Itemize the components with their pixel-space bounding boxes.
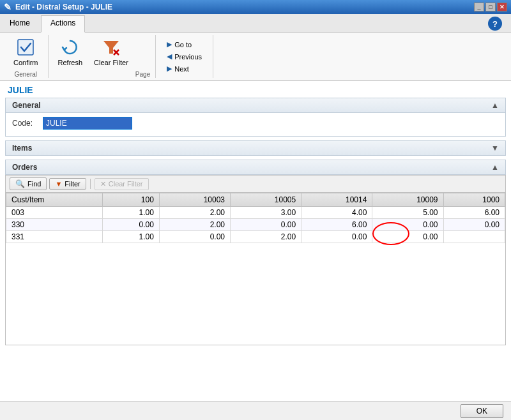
previous-button[interactable]: ◀ Previous — [164, 50, 205, 63]
previous-label: Previous — [174, 53, 202, 61]
previous-icon: ◀ — [167, 52, 172, 61]
orders-table: Cust/Item 100 10003 10005 10014 10009 10… — [6, 193, 505, 243]
cell-1-4: 6.00 — [301, 219, 372, 231]
general-group-label: General — [14, 68, 37, 78]
titlebar-title: Edit - Distral Setup - JULIE — [15, 3, 112, 11]
cell-2-6 — [443, 231, 505, 243]
orders-section-chevron: ▲ — [491, 163, 499, 172]
clear-filter-label: Clear Filter — [94, 59, 128, 67]
ok-button[interactable]: OK — [461, 404, 503, 418]
tab-actions[interactable]: Actions — [41, 15, 85, 33]
clear-filter-toolbar-button: ✕ Clear Filter — [95, 178, 149, 190]
grid-toolbar: 🔍 Find ▼ Filter ✕ Clear Filter — [5, 175, 506, 192]
clear-filter-button[interactable]: Clear Filter — [89, 35, 133, 69]
find-icon: 🔍 — [15, 179, 25, 188]
confirm-icon — [15, 37, 36, 57]
filter-button[interactable]: ▼ Filter — [49, 178, 86, 190]
maximize-button[interactable]: □ — [485, 3, 496, 11]
items-section-label: Items — [12, 144, 32, 153]
items-section-header[interactable]: Items ▼ — [5, 140, 506, 156]
cell-1-5: 0.00 — [372, 219, 443, 231]
col-cust-item: Cust/Item — [6, 193, 103, 207]
general-section-chevron: ▲ — [491, 101, 499, 110]
ribbon-group-general: Confirm General — [4, 35, 49, 78]
cell-2-5: 0.00 — [372, 231, 443, 243]
next-button[interactable]: ▶ Next — [164, 63, 192, 75]
cell-2-1: 1.00 — [102, 231, 159, 243]
col-10009: 10009 — [372, 193, 443, 207]
cell-1-2: 2.00 — [159, 219, 230, 231]
main-content: JULIE General ▲ Code: Items ▼ Orders ▲ 🔍… — [0, 81, 511, 413]
bottom-bar: OK — [0, 401, 511, 420]
ribbon-tabs: Home Actions ? — [0, 14, 511, 33]
svg-rect-0 — [18, 40, 33, 55]
table-row[interactable]: 3311.000.002.000.000.00 — [6, 231, 505, 243]
confirm-button[interactable]: Confirm — [9, 35, 43, 68]
ribbon-content: Confirm General Refresh — [0, 33, 511, 80]
code-row: Code: — [12, 117, 499, 130]
col-10005: 10005 — [231, 193, 301, 207]
ribbon-group-nav: ▶ Go to ◀ Previous ▶ Next — [156, 35, 213, 78]
table-row[interactable]: 3300.002.000.006.000.000.00 — [6, 219, 505, 231]
minimize-button[interactable]: _ — [474, 3, 484, 11]
general-section-header[interactable]: General ▲ — [5, 98, 506, 113]
cell-0-1: 1.00 — [102, 207, 159, 219]
refresh-label: Refresh — [58, 59, 83, 66]
col-1000: 1000 — [443, 193, 505, 207]
general-section-content: Code: — [5, 113, 506, 137]
find-label: Find — [27, 180, 41, 188]
toolbar-separator — [90, 179, 91, 189]
col-10003: 10003 — [159, 193, 230, 207]
col-100: 100 — [102, 193, 159, 207]
table-row[interactable]: 0031.002.003.004.005.006.00 — [6, 207, 505, 219]
filter-icon: ▼ — [55, 180, 62, 188]
tab-home[interactable]: Home — [0, 15, 40, 32]
code-label: Code: — [12, 119, 38, 128]
orders-section: Orders ▲ 🔍 Find ▼ Filter ✕ Clear Filter — [0, 160, 511, 345]
table-header-row: Cust/Item 100 10003 10005 10014 10009 10… — [6, 193, 505, 207]
cell-2-3: 2.00 — [231, 231, 301, 243]
goto-button[interactable]: ▶ Go to — [164, 38, 195, 50]
items-section-chevron: ▼ — [491, 144, 499, 153]
general-section-label: General — [12, 101, 41, 110]
col-10014: 10014 — [301, 193, 372, 207]
find-button[interactable]: 🔍 Find — [10, 177, 47, 190]
cell-1-0: 330 — [6, 219, 103, 231]
cell-1-3: 0.00 — [231, 219, 301, 231]
cell-0-2: 2.00 — [159, 207, 230, 219]
goto-icon: ▶ — [167, 40, 172, 49]
titlebar-icon: ✎ — [4, 2, 11, 12]
help-button[interactable]: ? — [488, 17, 502, 31]
cell-2-4: 0.00 — [301, 231, 372, 243]
orders-section-header[interactable]: Orders ▲ — [5, 160, 506, 175]
cell-0-5: 5.00 — [372, 207, 443, 219]
cell-0-4: 4.00 — [301, 207, 372, 219]
cell-1-6: 0.00 — [443, 219, 505, 231]
cell-2-0: 331 — [6, 231, 103, 243]
cell-0-0: 003 — [6, 207, 103, 219]
goto-label: Go to — [174, 41, 192, 49]
confirm-label: Confirm — [13, 59, 38, 66]
cell-2-2: 0.00 — [159, 231, 230, 243]
filter-label: Filter — [65, 180, 80, 188]
cell-0-3: 3.00 — [231, 207, 301, 219]
orders-grid: Cust/Item 100 10003 10005 10014 10009 10… — [5, 192, 506, 345]
clear-filter-icon — [101, 37, 121, 57]
page-title: JULIE — [0, 81, 511, 98]
refresh-button[interactable]: Refresh — [54, 35, 88, 68]
next-icon: ▶ — [167, 64, 172, 73]
titlebar: ✎ Edit - Distral Setup - JULIE _ □ ✕ — [0, 0, 511, 14]
clear-filter-toolbar-icon: ✕ — [100, 180, 106, 188]
cell-1-1: 0.00 — [102, 219, 159, 231]
page-group-label: Page — [135, 68, 150, 78]
close-button[interactable]: ✕ — [497, 3, 507, 11]
code-input[interactable] — [43, 117, 132, 130]
cell-0-6: 6.00 — [443, 207, 505, 219]
ribbon-group-page: Refresh Clear Filter Page — [49, 35, 156, 78]
ribbon: Home Actions ? Confirm General — [0, 14, 511, 81]
clear-filter-toolbar-label: Clear Filter — [109, 180, 143, 188]
next-label: Next — [174, 65, 189, 73]
orders-section-label: Orders — [12, 163, 37, 172]
refresh-icon — [60, 37, 80, 57]
